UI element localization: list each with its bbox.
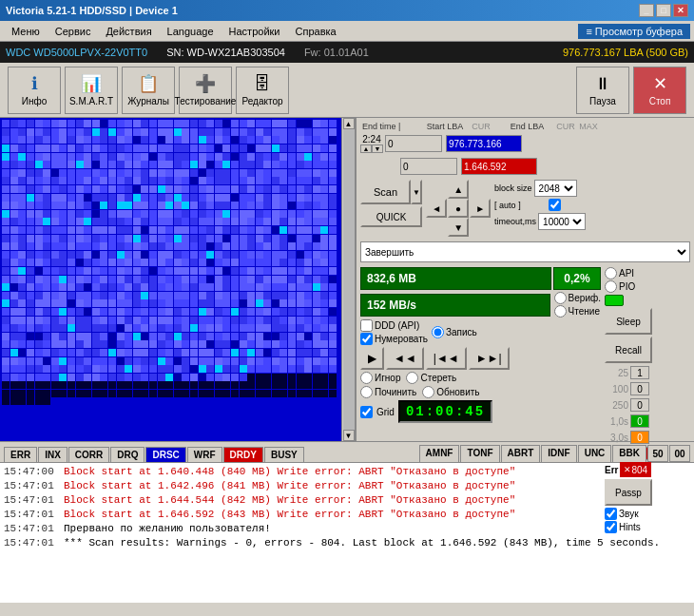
scan-label: Scan [374, 186, 397, 198]
tab-err[interactable]: ERR [4, 447, 37, 462]
info-label: Инфо [22, 96, 48, 106]
ignore-label: Игнор [375, 373, 400, 383]
tab-bbk[interactable]: BBK [612, 445, 646, 462]
fix-radio[interactable] [360, 386, 373, 398]
update-radio[interactable] [422, 386, 434, 398]
tab-unc[interactable]: UNC [578, 445, 612, 462]
pause-button[interactable]: ⏸ Пауза [576, 67, 629, 114]
err-total-value: 804 [631, 465, 647, 475]
tab-tonf[interactable]: TONF [460, 445, 499, 462]
tab-amnf[interactable]: AMNF [419, 445, 460, 462]
test-button[interactable]: ➕ Тестирование [179, 67, 232, 114]
stop-button[interactable]: ✕ Стоп [633, 67, 686, 114]
log-time: 15:47:01 [4, 522, 56, 536]
end-lba-input[interactable] [446, 135, 522, 152]
sound-checkbox[interactable] [605, 508, 617, 520]
quick-button[interactable]: QUICK [360, 206, 422, 227]
info-button[interactable]: ℹ Инфо [8, 67, 61, 114]
time-spin-btns: ▲ ▼ [360, 144, 383, 153]
api-label: API [619, 268, 634, 279]
journals-button[interactable]: 📋 Журналы [122, 67, 175, 114]
write-radio[interactable] [432, 326, 444, 338]
menu-service[interactable]: Сервис [48, 24, 99, 39]
erase-radio[interactable] [406, 372, 418, 384]
editor-label: Редактор [241, 96, 282, 106]
scroll-up-arrow[interactable]: ▲ [343, 118, 355, 129]
num-box-50[interactable]: 50 [647, 445, 668, 462]
tab-drdy[interactable]: DRDY [223, 447, 263, 462]
scroll-track[interactable] [343, 129, 355, 430]
skipend-button[interactable]: ►►| [469, 347, 510, 370]
arrow-right-button[interactable]: ► [470, 199, 491, 218]
scan-button[interactable]: Scan [360, 180, 411, 204]
api-radio[interactable] [605, 267, 617, 279]
skip-button[interactable]: |◄◄ [426, 347, 467, 370]
start-lba-input2[interactable] [400, 158, 457, 175]
time-down-btn[interactable]: ▼ [372, 144, 383, 153]
play-button[interactable]: ▶ [360, 347, 384, 370]
hints-checkbox[interactable] [605, 521, 617, 533]
ddd-checkbox[interactable] [360, 319, 373, 332]
right-panel: End time | Start LBA CUR End LBA CUR MAX… [357, 118, 694, 441]
timeout-select[interactable]: 10000 [538, 213, 586, 230]
ignore-radio[interactable] [360, 372, 373, 384]
finish-select[interactable]: Завершить [360, 241, 690, 262]
progress-bar: 832,6 MB [360, 267, 551, 290]
verif-radio[interactable] [554, 292, 567, 304]
menu-settings[interactable]: Настройки [222, 24, 288, 39]
maximize-button[interactable]: □ [656, 4, 671, 17]
editor-icon: 🗄 [254, 74, 271, 94]
passp-button[interactable]: Passp [605, 479, 652, 506]
menu-language[interactable]: Language [160, 24, 222, 39]
pio-radio[interactable] [605, 280, 617, 293]
smart-label: S.M.A.R.T [69, 96, 113, 106]
start-lba-input[interactable] [385, 135, 442, 152]
status-tabs: ERR INX CORR DRQ DRSC WRF DRDY BUSY AMNF… [0, 441, 694, 462]
num-checkbox[interactable] [360, 333, 373, 345]
tab-drsc[interactable]: DRSC [145, 447, 185, 462]
time-up-btn[interactable]: ▲ [360, 144, 372, 153]
menu-menu[interactable]: Меню [4, 24, 48, 39]
end-lba-red-input[interactable] [461, 158, 537, 175]
sleep-button[interactable]: Sleep [605, 308, 652, 335]
back-button[interactable]: ◄◄ [386, 347, 424, 370]
err-x-icon: ✕ [624, 465, 631, 474]
tab-corr[interactable]: CORR [68, 447, 109, 462]
num-box-00[interactable]: 00 [669, 445, 690, 462]
cur-header: CUR [471, 122, 492, 131]
minimize-button[interactable]: _ [639, 4, 654, 17]
tab-idnf[interactable]: IDNF [541, 445, 576, 462]
tab-drq[interactable]: DRQ [110, 447, 145, 462]
auto-checkbox[interactable] [549, 199, 561, 211]
scrollbar[interactable]: ▲ ▼ [341, 118, 355, 441]
scan-dropdown-button[interactable]: ▼ [411, 180, 422, 204]
api-row: API [605, 267, 690, 279]
close-button[interactable]: ✕ [673, 4, 688, 17]
menu-help[interactable]: Справка [288, 24, 344, 39]
tab-wrf[interactable]: WRF [187, 447, 222, 462]
log-text: Block start at 1.646.592 (843 MB) Write … [64, 508, 515, 522]
block-size-select[interactable]: 2048 [534, 180, 577, 197]
arrow-up-button[interactable]: ▲ [448, 180, 469, 199]
drive-bar: WDC WD5000LPVX-22V0TT0 SN: WD-WX21AB3035… [0, 42, 694, 63]
ignore-row: Игнор [360, 372, 400, 384]
block-size-label: block size [494, 183, 532, 193]
smart-button[interactable]: 📊 S.M.A.R.T [65, 67, 118, 114]
read-radio[interactable] [554, 305, 567, 318]
recall-button[interactable]: Recall [605, 337, 652, 363]
grid-timer-row: Grid 01:00:45 [360, 400, 601, 423]
arrow-left-button[interactable]: ◄ [426, 199, 447, 218]
menu-actions[interactable]: Действия [98, 24, 159, 39]
test-icon: ➕ [195, 73, 216, 94]
scroll-down-arrow[interactable]: ▼ [343, 430, 355, 441]
tab-abrt[interactable]: ABRT [501, 445, 541, 462]
test-label: Тестирование [175, 96, 237, 106]
arrow-center-button[interactable]: ● [448, 199, 469, 218]
editor-button[interactable]: 🗄 Редактор [236, 67, 289, 114]
arrow-down-button[interactable]: ▼ [448, 218, 469, 237]
grid-checkbox[interactable] [360, 406, 373, 418]
tab-busy[interactable]: BUSY [264, 447, 304, 462]
buffer-view[interactable]: ≡ Просмотр буфера [578, 24, 690, 39]
read-row: Чтение [554, 305, 601, 318]
tab-inx[interactable]: INX [38, 447, 67, 462]
